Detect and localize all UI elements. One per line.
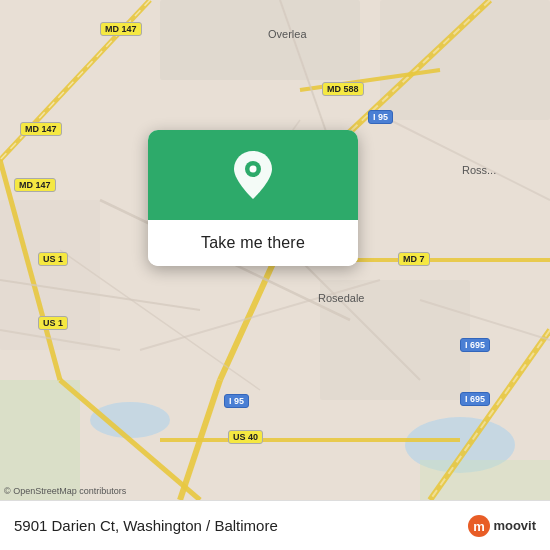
moovit-icon: m <box>468 515 490 537</box>
road-label-md147-left: MD 147 <box>14 178 56 192</box>
svg-rect-6 <box>380 0 550 120</box>
road-label-md147-top: MD 147 <box>100 22 142 36</box>
osm-credit: © OpenStreetMap contributors <box>4 486 126 496</box>
location-pin-icon <box>231 149 275 201</box>
svg-rect-4 <box>420 460 550 500</box>
moovit-logo: m moovit <box>468 515 536 537</box>
road-label-md147-mid: MD 147 <box>20 122 62 136</box>
place-label-rosedale: Rosedale <box>318 292 364 304</box>
road-label-i695-right: I 695 <box>460 338 490 352</box>
address-text: 5901 Darien Ct, Washington / Baltimore <box>14 517 458 534</box>
bottom-bar: 5901 Darien Ct, Washington / Baltimore m… <box>0 500 550 550</box>
svg-point-33 <box>250 166 257 173</box>
place-label-ross: Ross... <box>462 164 496 176</box>
moovit-brand-text: moovit <box>493 518 536 533</box>
popup-header <box>148 130 358 220</box>
take-me-there-button[interactable]: Take me there <box>148 220 358 266</box>
road-label-i695-low: I 695 <box>460 392 490 406</box>
svg-point-1 <box>90 402 170 438</box>
road-label-us1-low: US 1 <box>38 316 68 330</box>
road-label-i95-top: I 95 <box>368 110 393 124</box>
road-label-us1-mid: US 1 <box>38 252 68 266</box>
road-label-us40: US 40 <box>228 430 263 444</box>
place-label-overlea: Overlea <box>268 28 307 40</box>
road-label-i95-low: I 95 <box>224 394 249 408</box>
popup-card: Take me there <box>148 130 358 266</box>
road-label-md7: MD 7 <box>398 252 430 266</box>
svg-rect-5 <box>160 0 360 80</box>
svg-text:m: m <box>474 519 486 534</box>
svg-rect-3 <box>0 380 80 500</box>
road-label-md588: MD 588 <box>322 82 364 96</box>
map-container: MD 147 MD 147 MD 147 US 1 US 1 MD 588 I … <box>0 0 550 500</box>
